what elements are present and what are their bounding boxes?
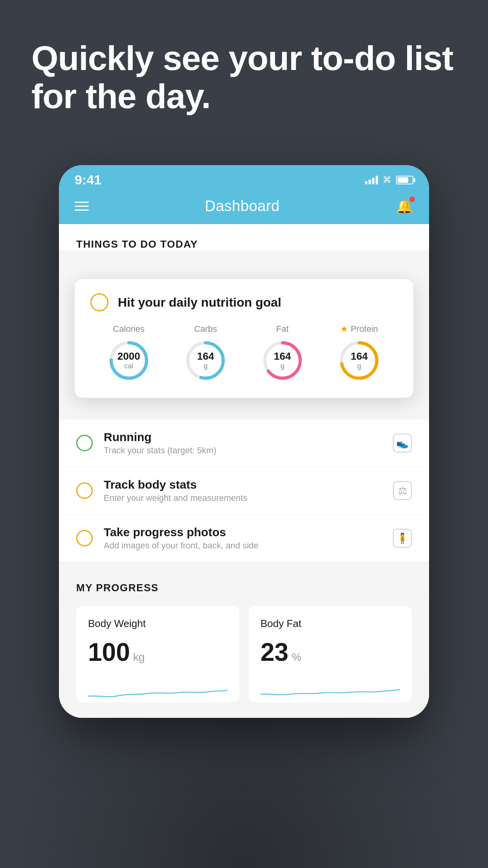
todo-list: Running Track your stats (target: 5km) 👟… — [59, 419, 429, 562]
status-time: 9:41 — [75, 172, 101, 188]
photos-checkbox[interactable] — [76, 530, 93, 546]
calories-value: 2000 — [117, 351, 140, 362]
body-weight-card: Body Weight 100 kg — [76, 606, 239, 702]
body-fat-value: 23 — [261, 638, 288, 667]
protein-unit: g — [351, 362, 368, 370]
status-bar: 9:41 ⌘ — [59, 165, 429, 191]
status-icons: ⌘ — [365, 175, 413, 185]
navbar: Dashboard 🔔 — [59, 191, 429, 224]
signal-icon — [365, 176, 378, 184]
calories-unit: cal — [117, 362, 140, 370]
carbs-unit: g — [197, 362, 214, 370]
notification-dot — [409, 197, 415, 202]
body-weight-unit: kg — [133, 651, 145, 664]
nutrition-fat: Fat 164 g — [261, 324, 304, 382]
carbs-label: Carbs — [194, 324, 217, 334]
todo-item-running[interactable]: Running Track your stats (target: 5km) 👟 — [59, 419, 429, 467]
body-stats-desc: Enter your weight and measurements — [104, 493, 382, 503]
todo-item-body-stats[interactable]: Track body stats Enter your weight and m… — [59, 467, 429, 515]
progress-section: MY PROGRESS Body Weight 100 kg — [59, 562, 429, 718]
wifi-icon: ⌘ — [383, 175, 391, 185]
photos-desc: Add images of your front, back, and side — [104, 541, 382, 551]
hero-section: Quickly see your to-do list for the day. — [31, 39, 457, 116]
body-fat-chart — [261, 679, 400, 702]
photos-text: Take progress photos Add images of your … — [104, 526, 382, 551]
body-weight-value: 100 — [88, 638, 130, 667]
fat-circle: 164 g — [261, 339, 304, 382]
things-section: THINGS TO DO TODAY — [59, 224, 429, 250]
card-header: Hit your daily nutrition goal — [90, 293, 398, 311]
body-fat-card: Body Fat 23 % — [249, 606, 412, 702]
body-stats-name: Track body stats — [104, 478, 382, 491]
running-name: Running — [104, 430, 382, 444]
progress-cards: Body Weight 100 kg Body Fat 23 — [76, 606, 412, 702]
hero-headline: Quickly see your to-do list for the day. — [31, 39, 457, 116]
nutrition-protein: ★ Protein 164 g — [338, 324, 381, 382]
nutrition-calories: Calories 2000 cal — [107, 324, 150, 382]
running-text: Running Track your stats (target: 5km) — [104, 430, 382, 456]
fat-unit: g — [274, 362, 291, 370]
body-stats-text: Track body stats Enter your weight and m… — [104, 478, 382, 503]
running-checkbox[interactable] — [76, 435, 93, 451]
calories-label: Calories — [113, 324, 145, 334]
bell-icon[interactable]: 🔔 — [396, 198, 413, 215]
card-title: Hit your daily nutrition goal — [118, 295, 281, 310]
main-content: THINGS TO DO TODAY Hit your daily nutrit… — [59, 224, 429, 718]
star-icon: ★ — [340, 324, 348, 334]
body-weight-title: Body Weight — [88, 618, 227, 630]
protein-circle: 164 g — [338, 339, 381, 382]
calories-circle: 2000 cal — [107, 339, 150, 382]
shoe-icon: 👟 — [393, 434, 412, 452]
nutrition-checkbox[interactable] — [90, 293, 108, 311]
battery-icon — [396, 176, 413, 184]
things-section-title: THINGS TO DO TODAY — [76, 238, 412, 250]
protein-label: ★ Protein — [340, 324, 378, 334]
scale-icon: ⚖ — [393, 481, 412, 500]
nutrition-grid: Calories 2000 cal Carbs — [90, 324, 398, 382]
hamburger-menu-icon[interactable] — [75, 202, 89, 211]
body-stats-checkbox[interactable] — [76, 482, 93, 499]
carbs-circle: 164 g — [184, 339, 227, 382]
phone-mockup: 9:41 ⌘ Dashboard 🔔 — [59, 165, 429, 718]
body-fat-unit: % — [292, 651, 301, 664]
protein-value: 164 — [351, 351, 368, 362]
body-fat-value-row: 23 % — [261, 638, 400, 667]
body-weight-chart — [88, 679, 227, 702]
fat-label: Fat — [276, 324, 289, 334]
body-fat-title: Body Fat — [261, 618, 400, 630]
todo-item-photos[interactable]: Take progress photos Add images of your … — [59, 515, 429, 562]
floating-nutrition-card: Hit your daily nutrition goal Calories 2… — [75, 279, 413, 398]
person-icon: 🧍 — [393, 529, 412, 548]
progress-title: MY PROGRESS — [76, 582, 412, 594]
nutrition-carbs: Carbs 164 g — [184, 324, 227, 382]
photos-name: Take progress photos — [104, 526, 382, 539]
navbar-title: Dashboard — [205, 198, 279, 215]
fat-value: 164 — [274, 351, 291, 362]
body-weight-value-row: 100 kg — [88, 638, 227, 667]
carbs-value: 164 — [197, 351, 214, 362]
running-desc: Track your stats (target: 5km) — [104, 445, 382, 456]
